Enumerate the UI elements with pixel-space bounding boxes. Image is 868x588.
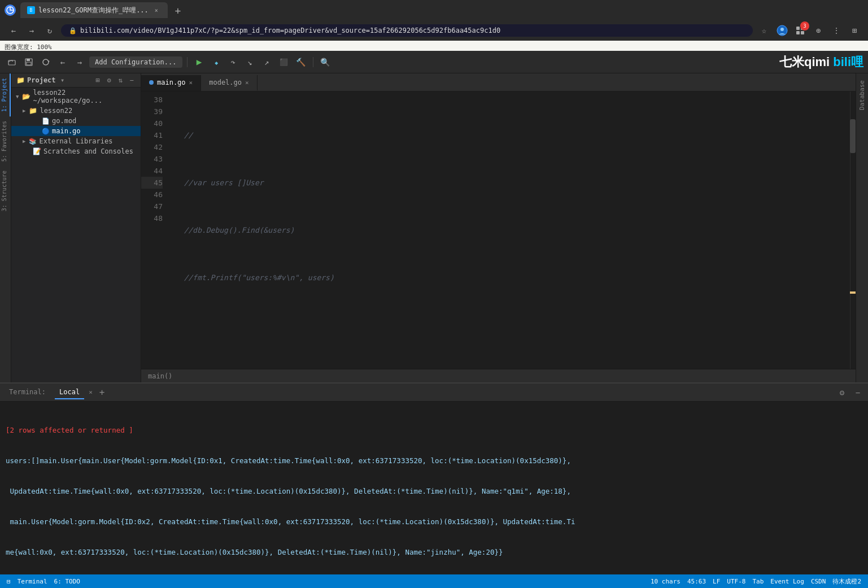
main-go-close[interactable]: × xyxy=(189,79,193,86)
tab-main-go[interactable]: main.go × xyxy=(141,75,201,91)
build-button[interactable]: 🔨 xyxy=(294,55,308,69)
tree-external-libs[interactable]: ▶ 📚 External Libraries xyxy=(11,136,141,146)
terminal-tab-label: Terminal: xyxy=(5,386,50,399)
bottom-panel: Terminal: Local × + ⚙ − [2 rows affected… xyxy=(0,382,868,574)
favorites-tab[interactable]: 5: Favorites xyxy=(0,116,11,166)
root-folder-icon: 📂 xyxy=(22,93,30,101)
root-label: lesson22 ~/workspace/go... xyxy=(33,89,136,104)
svg-rect-9 xyxy=(27,59,30,61)
svg-rect-6 xyxy=(801,31,804,34)
terminal-content[interactable]: [2 rows affected or returned ] users:[]m… xyxy=(0,402,868,574)
tree-lesson22[interactable]: ▶ 📁 lesson22 xyxy=(11,106,141,116)
event-log[interactable]: Event Log xyxy=(770,578,804,585)
terminal-minimize-btn[interactable]: − xyxy=(852,387,863,398)
code-editor: 38 39 40 41 42 43 44 45 46 47 48 // xyxy=(141,92,856,369)
extensions-button[interactable]: 3 xyxy=(793,24,807,37)
new-tab-button[interactable]: + xyxy=(170,2,186,18)
local-tab[interactable]: Local xyxy=(55,386,84,399)
toolbar-separator-2 xyxy=(313,57,313,67)
tree-root[interactable]: ▼ 📂 lesson22 ~/workspace/go... xyxy=(11,88,141,106)
project-label: Project xyxy=(27,76,56,84)
panel-gear-btn[interactable]: ⚙ xyxy=(104,76,114,85)
lesson22-arrow: ▶ xyxy=(23,108,25,114)
add-config-label: Add Configuration... xyxy=(95,58,177,66)
tab-model-go[interactable]: model.go × xyxy=(201,75,257,91)
todo-status-label[interactable]: 6: TODO xyxy=(54,578,80,585)
ln-45: 45 xyxy=(141,177,163,189)
go-mod-icon: 📄 xyxy=(42,117,50,125)
panel-layout-btn[interactable]: ⊞ xyxy=(93,76,102,85)
local-tab-close[interactable]: × xyxy=(89,389,93,396)
ext-lib-icon: 📚 xyxy=(29,138,37,145)
code-line-41: //fmt.Printf("users:%#v\n", users) xyxy=(175,272,856,284)
ln-43: 43 xyxy=(141,153,163,165)
svg-rect-3 xyxy=(796,27,800,30)
tree-main-go[interactable]: 🔵 main.go xyxy=(11,126,141,136)
go-mod-label: go.mod xyxy=(52,117,76,125)
line-numbers: 38 39 40 41 42 43 44 45 46 47 48 xyxy=(141,92,168,369)
main-go-label: main.go xyxy=(52,127,81,135)
ln-48: 48 xyxy=(141,212,163,224)
cursor-position: 45:63 xyxy=(687,578,706,585)
forward-button[interactable]: → xyxy=(25,24,38,37)
add-terminal-btn[interactable]: + xyxy=(99,387,105,398)
search-button[interactable]: 🔍 xyxy=(318,55,333,69)
panel-settings-btn[interactable]: ▾ xyxy=(58,76,67,85)
step-out-button[interactable]: ↗ xyxy=(260,55,274,69)
browser-tab[interactable]: B lesson22_GORM查询操作_哔哩... × xyxy=(20,2,168,18)
right-sidebar: Database xyxy=(856,73,868,382)
chars-count: 10 chars xyxy=(651,578,681,585)
panel-header: 📁 Project ▾ ⊞ ⚙ ⇅ − xyxy=(11,73,141,88)
stop-button[interactable]: ⬛ xyxy=(277,55,291,69)
tree-go-mod[interactable]: 📄 go.mod xyxy=(11,116,141,126)
address-bar[interactable]: 🔒 bilibili.com/video/BV1gJ411p7xC/?p=22&… xyxy=(61,24,753,37)
url-text: bilibili.com/video/BV1gJ411p7xC/?p=22&sp… xyxy=(80,27,500,34)
ln-42: 42 xyxy=(141,141,163,153)
run-button[interactable]: ▶ xyxy=(192,55,207,69)
left-vertical-tabs: 1: Project 5: Favorites 3: Structure xyxy=(0,73,11,382)
tab-label: Tab xyxy=(752,578,764,585)
browser-logo xyxy=(5,5,16,16)
panel-collapse-btn[interactable]: − xyxy=(127,76,136,85)
run-controls: ▶ ⬥ ↷ ↘ ↗ ⬛ 🔨 xyxy=(192,55,308,69)
panel-sort-btn[interactable]: ⇅ xyxy=(116,76,125,85)
structure-tab[interactable]: 3: Structure xyxy=(0,166,11,216)
database-label[interactable]: Database xyxy=(857,76,867,115)
model-go-close[interactable]: × xyxy=(245,79,249,86)
terminal-settings-btn[interactable]: ⚙ xyxy=(836,387,848,398)
save-button[interactable] xyxy=(21,55,36,69)
browser-menu-button[interactable]: ⋮ xyxy=(830,24,843,37)
ln-44: 44 xyxy=(141,165,163,177)
bottom-panel-tabs: Terminal: Local × + ⚙ − xyxy=(0,384,868,402)
screen-fit-button[interactable]: ⊞ xyxy=(848,24,861,37)
main-go-tab-label: main.go xyxy=(157,79,186,86)
tab-dot xyxy=(149,80,154,85)
bookmark-icon[interactable]: ☆ xyxy=(757,24,771,37)
tab-close-btn[interactable]: × xyxy=(152,6,161,15)
refresh-button[interactable]: ↻ xyxy=(43,24,56,37)
ide-back-button[interactable]: ← xyxy=(55,55,70,69)
add-configuration-button[interactable]: Add Configuration... xyxy=(89,56,182,68)
tree-scratches[interactable]: 📝 Scratches and Consoles xyxy=(11,146,141,156)
terminal-status-label[interactable]: Terminal xyxy=(18,578,47,585)
line-ending: LF xyxy=(713,578,720,585)
step-into-button[interactable]: ↘ xyxy=(243,55,258,69)
project-tab[interactable]: 1: Project xyxy=(0,73,11,116)
bottom-panel-controls: ⚙ − xyxy=(836,387,863,398)
ide-main: 1: Project 5: Favorites 3: Structure 📁 P… xyxy=(0,73,868,382)
step-over-button[interactable]: ↷ xyxy=(226,55,241,69)
profile-button[interactable] xyxy=(775,24,789,37)
info-bar-text: 图像宽度: 100% xyxy=(5,43,52,51)
back-button[interactable]: ← xyxy=(7,24,20,37)
scrollbar-track[interactable] xyxy=(850,92,856,369)
scrollbar-thumb xyxy=(850,119,856,153)
code-line-38: // xyxy=(175,129,856,141)
project-panel: 📁 Project ▾ ⊞ ⚙ ⇅ − ▼ 📂 lesson22 ~/works… xyxy=(11,73,141,382)
debug-button[interactable]: ⬥ xyxy=(209,55,224,69)
zoom-button[interactable]: ⊕ xyxy=(812,24,825,37)
code-content[interactable]: // //var users []User //db.Debug().Find(… xyxy=(168,92,856,369)
ln-41: 41 xyxy=(141,129,163,141)
ide-forward-button[interactable]: → xyxy=(72,55,87,69)
open-folder-button[interactable] xyxy=(5,55,19,69)
sync-button[interactable] xyxy=(38,55,53,69)
